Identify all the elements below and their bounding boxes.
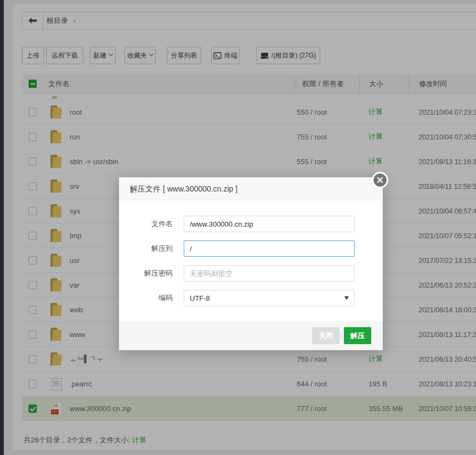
extract-button[interactable]: 解压 xyxy=(344,327,371,344)
encoding-select[interactable] xyxy=(184,290,355,306)
dialog-close-button[interactable] xyxy=(372,172,388,188)
dialog-footer: 关闭 解压 xyxy=(119,321,383,350)
password-label: 解压密码 xyxy=(119,268,173,278)
dialog-title: 解压文件 [ www.300000.cn.zip ] xyxy=(119,177,383,200)
close-button[interactable]: 关闭 xyxy=(312,327,339,344)
filename-input[interactable] xyxy=(184,216,355,232)
filename-label: 文件名 xyxy=(119,219,173,229)
dest-input[interactable] xyxy=(184,240,355,257)
encoding-label: 编码 xyxy=(119,293,173,303)
password-input[interactable] xyxy=(184,265,355,282)
dest-label: 解压到 xyxy=(119,244,173,254)
extract-dialog: 解压文件 [ www.300000.cn.zip ] 文件名 解压到 解压密码 … xyxy=(119,177,383,350)
close-icon xyxy=(377,177,383,183)
